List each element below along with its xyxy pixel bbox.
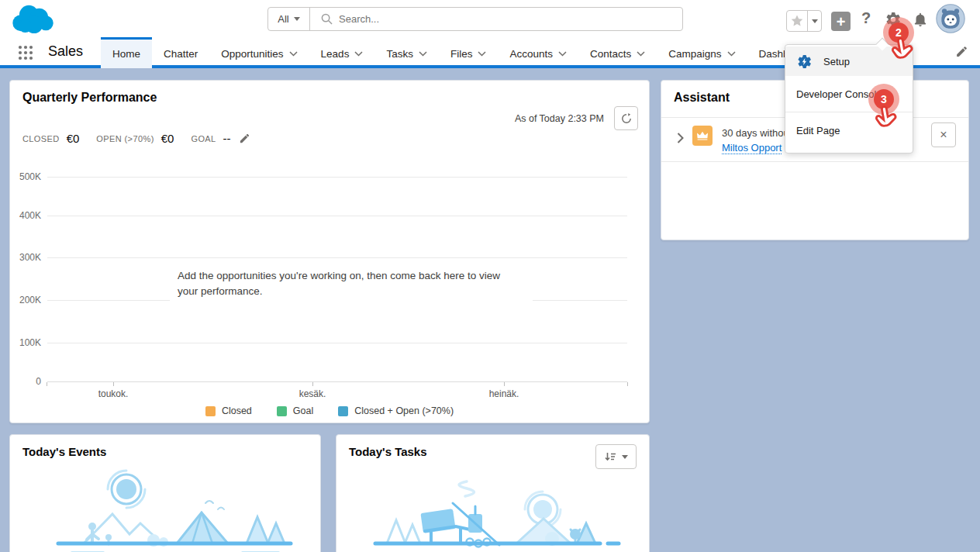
- gridline: [47, 257, 627, 258]
- notifications-bell-button[interactable]: [912, 11, 929, 28]
- x-axis-line: [47, 381, 627, 382]
- stat-value-closed: €0: [67, 132, 80, 145]
- chevron-down-icon: [289, 51, 298, 57]
- help-icon: ?: [861, 9, 871, 26]
- setup-gear-lightning-icon: [796, 53, 813, 70]
- edit-nav-pencil-icon[interactable]: [955, 45, 968, 58]
- chevron-down-icon: [294, 17, 300, 21]
- salesforce-home-page: All + ?: [0, 0, 980, 552]
- y-tick-label: 100K: [10, 337, 41, 348]
- edit-goal-pencil-icon[interactable]: [239, 133, 250, 144]
- refresh-button[interactable]: [614, 106, 638, 130]
- axis-tick: [47, 382, 47, 386]
- tab-tasks[interactable]: Tasks: [374, 37, 439, 68]
- chart-legend: Closed Goal Closed + Open (>70%): [10, 405, 649, 416]
- chevron-right-icon[interactable]: [677, 133, 684, 143]
- x-tick-label: kesäk.: [281, 388, 343, 399]
- assistant-item-link[interactable]: Miltos Opport: [722, 142, 782, 154]
- click-hand-icon: [887, 35, 917, 65]
- opportunity-crown-icon: [692, 126, 713, 146]
- menu-item-label: Setup: [823, 56, 850, 67]
- search-icon: [321, 13, 333, 25]
- tab-home[interactable]: Home: [101, 37, 152, 68]
- search-scope-label: All: [278, 13, 288, 25]
- global-search: All: [267, 7, 683, 31]
- legend-item-closed-open: Closed + Open (>70%): [338, 405, 454, 416]
- app-launcher-waffle-icon[interactable]: [17, 44, 34, 61]
- tab-leads[interactable]: Leads: [309, 37, 375, 68]
- chevron-down-icon: [812, 19, 818, 23]
- y-tick-label: 400K: [10, 210, 41, 221]
- refresh-icon: [620, 112, 633, 125]
- card-title: Today's Tasks: [349, 445, 427, 458]
- chevron-down-icon: [727, 51, 736, 57]
- favorite-star-icon[interactable]: [787, 14, 807, 28]
- tab-contacts[interactable]: Contacts: [578, 37, 657, 68]
- gridline: [47, 177, 627, 178]
- chevron-down-icon: [354, 51, 363, 57]
- click-hand-icon: [871, 103, 901, 133]
- campsite-illustration: [344, 466, 639, 552]
- x-tick-label: toukok.: [82, 388, 144, 399]
- chevron-down-icon: [558, 51, 567, 57]
- divider: [661, 161, 968, 162]
- tab-chatter[interactable]: Chatter: [152, 37, 209, 68]
- nav-tabs: Home Chatter Opportunities Leads Tasks F…: [101, 37, 840, 68]
- axis-tick: [627, 382, 628, 386]
- stat-label-open: OPEN (>70%): [96, 134, 154, 143]
- tab-campaigns[interactable]: Campaigns: [657, 37, 747, 68]
- axis-tick: [312, 382, 313, 386]
- search-scope-dropdown[interactable]: All: [268, 8, 310, 30]
- user-avatar[interactable]: [936, 4, 965, 33]
- y-tick-label: 0: [10, 376, 41, 387]
- chevron-down-icon: [622, 455, 628, 459]
- favorites-dropdown-button[interactable]: [807, 11, 821, 31]
- menu-item-label: Edit Page: [796, 125, 840, 136]
- search-input[interactable]: [339, 13, 633, 25]
- stat-label-closed: CLOSED: [22, 134, 60, 143]
- as-of-timestamp: As of Today 2:33 PM: [515, 113, 604, 124]
- close-icon: ×: [940, 128, 947, 142]
- tab-files[interactable]: Files: [439, 37, 499, 68]
- chevron-down-icon: [478, 51, 486, 57]
- sort-icon: [605, 452, 616, 462]
- assistant-item-text: 30 days without: [722, 127, 792, 139]
- todays-events-card: Today's Events: [9, 434, 321, 552]
- tab-opportunities[interactable]: Opportunities: [209, 37, 309, 68]
- y-tick-label: 200K: [10, 295, 41, 305]
- gridline: [47, 216, 627, 216]
- stat-label-goal: GOAL: [191, 134, 216, 143]
- legend-item-closed: Closed: [205, 405, 252, 416]
- card-title: Quarterly Performance: [22, 91, 157, 105]
- y-tick-label: 300K: [10, 252, 41, 263]
- help-button[interactable]: ?: [861, 9, 871, 27]
- chevron-down-icon: [637, 51, 645, 57]
- plus-icon: +: [837, 14, 846, 29]
- chart-empty-message: Add the opportunities you're working on,…: [170, 264, 533, 315]
- performance-stats: CLOSED €0 OPEN (>70%) €0 GOAL --: [22, 132, 250, 145]
- axis-tick: [504, 382, 505, 386]
- axis-tick: [113, 382, 114, 386]
- tab-accounts[interactable]: Accounts: [498, 37, 578, 68]
- legend-swatch-goal: [277, 406, 287, 416]
- card-title: Assistant: [674, 91, 730, 105]
- salesforce-logo-icon: [11, 3, 56, 34]
- global-actions-button[interactable]: +: [831, 12, 851, 31]
- gridline: [47, 343, 627, 343]
- y-tick-label: 500K: [10, 171, 41, 182]
- card-title: Today's Events: [22, 445, 106, 458]
- x-tick-label: heinäk.: [473, 388, 535, 399]
- dismiss-button[interactable]: ×: [931, 122, 956, 147]
- legend-swatch-closed-open: [338, 406, 348, 416]
- legend-swatch-closed: [205, 406, 216, 416]
- quarterly-performance-card: Quarterly Performance As of Today 2:33 P…: [9, 80, 650, 423]
- stat-value-open: €0: [161, 132, 174, 145]
- camping-illustration: [18, 466, 312, 552]
- todays-tasks-card: Today's Tasks: [336, 434, 650, 552]
- stat-value-goal: --: [223, 132, 231, 145]
- app-name: Sales: [48, 43, 83, 60]
- favorites-control: [786, 10, 822, 32]
- legend-item-goal: Goal: [277, 405, 313, 416]
- global-header: All + ?: [0, 0, 980, 37]
- chevron-down-icon: [419, 51, 427, 57]
